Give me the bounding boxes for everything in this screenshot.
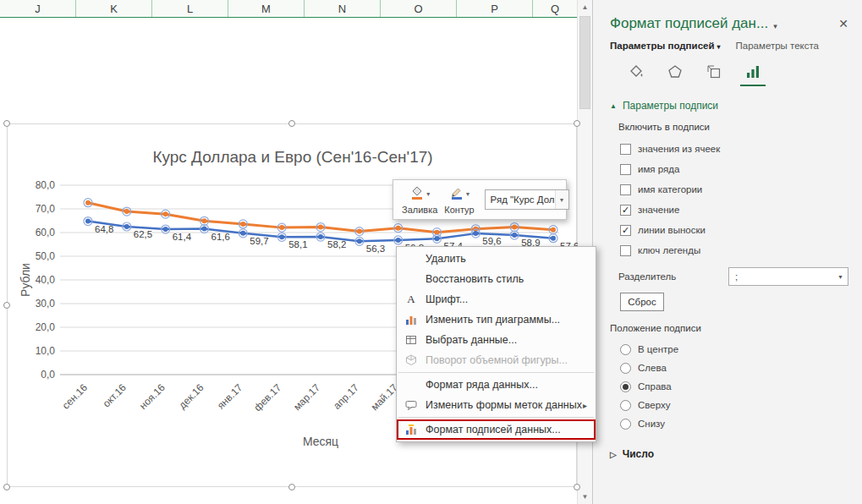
chevron-down-icon[interactable]: ▾	[773, 22, 777, 30]
separator-row: Разделитель ; ▾	[610, 267, 848, 286]
section-number[interactable]: ▷ Число	[610, 448, 848, 460]
column-header-L[interactable]: L	[152, 0, 228, 17]
section-title: Параметры подписи	[623, 100, 718, 112]
checkbox-row-3[interactable]: ✓значение	[620, 200, 848, 220]
menu-item[interactable]: Удалить	[397, 249, 596, 269]
x-tick-label: мар.17	[291, 381, 322, 413]
data-point-marker	[396, 226, 401, 231]
scroll-down-icon[interactable]: ▼	[578, 490, 592, 504]
data-point-marker	[85, 219, 91, 224]
section-label-options[interactable]: ▲ Параметры подписи	[610, 100, 848, 112]
tab-label-options-text: Параметры подписей	[610, 41, 715, 51]
radio-label: Сверху	[638, 400, 670, 410]
scrollbar-thumb[interactable]	[579, 16, 590, 109]
rotate-3d-icon	[404, 353, 419, 368]
column-header-Q[interactable]: Q	[533, 0, 577, 17]
chart-title: Курс Доллара и Евро (Сен'16-Сен'17)	[152, 148, 432, 166]
chart-element-selector[interactable]: Ряд "Курс Дол ▾	[485, 189, 569, 210]
checkbox-label: линии выноски	[638, 225, 706, 235]
chart-resize-handle-bottom-right[interactable]	[574, 484, 580, 490]
data-point-marker	[163, 227, 168, 232]
data-point-marker	[318, 225, 323, 230]
checkbox-row-1[interactable]: имя ряда	[620, 159, 848, 179]
menu-item[interactable]: Изменить тип диаграммы...	[397, 310, 596, 330]
fill-button[interactable]: ▾ Заливка	[398, 184, 441, 216]
y-tick-label: 50,0	[36, 250, 56, 262]
separator-dropdown[interactable]: ; ▾	[728, 267, 848, 286]
menu-item: Поворот объемной фигуры...	[397, 350, 596, 370]
tab-label-options[interactable]: Параметры подписей▾	[610, 41, 721, 51]
y-tick-label: 60,0	[36, 227, 56, 238]
x-tick-label: апр.17	[331, 381, 361, 412]
checkbox-label: значения из ячеек	[638, 144, 720, 154]
column-header-N[interactable]: N	[305, 0, 381, 17]
column-header-M[interactable]: M	[228, 0, 305, 17]
fill-button-label: Заливка	[402, 205, 437, 215]
radio-row-3[interactable]: Сверху	[620, 396, 848, 414]
reset-button[interactable]: Сброс	[620, 293, 664, 311]
format-data-labels-pane: Формат подписей дан... ▾ ✕ Параметры под…	[592, 0, 862, 504]
chart-resize-handle-top-center[interactable]	[288, 120, 295, 127]
context-menu: УдалитьВосстановить стильАШрифт...Измени…	[396, 246, 596, 442]
x-tick-label: сен.16	[60, 381, 91, 412]
chevron-down-icon: ▾	[833, 268, 848, 285]
chart-resize-handle-mid-left[interactable]	[3, 302, 10, 309]
radio-row-2[interactable]: Справа	[620, 377, 848, 396]
label-options-icon[interactable]	[740, 61, 766, 86]
menu-item[interactable]: Выбрать данные...	[397, 330, 596, 350]
excel-window: JKLMNOPQ 0,010,020,030,040,050,060,070,0…	[0, 0, 862, 504]
data-point-marker	[512, 233, 517, 238]
x-tick-label: янв.17	[215, 381, 245, 412]
chart-resize-handle-top-right[interactable]	[574, 120, 580, 127]
data-point-marker	[357, 229, 362, 234]
radio-label: Справа	[638, 381, 672, 392]
x-axis-title: Месяц	[303, 435, 338, 448]
menu-item[interactable]: Формат ряда данных...	[397, 375, 596, 395]
menu-item[interactable]: АШрифт...	[397, 289, 596, 310]
outline-button[interactable]: ▾ Контур	[441, 184, 477, 216]
checkbox-row-5[interactable]: ключ легенды	[620, 240, 848, 260]
radio-row-0[interactable]: В центре	[620, 340, 848, 359]
checkbox-row-2[interactable]: имя категории	[620, 179, 848, 200]
tab-text-options[interactable]: Параметры текста	[736, 41, 819, 51]
column-header-J[interactable]: J	[0, 0, 76, 17]
menu-item[interactable]: Изменить формы меток данных▸	[397, 395, 596, 415]
radio-unselected-icon	[620, 363, 631, 374]
menu-item[interactable]: Восстановить стиль	[397, 269, 596, 289]
chart-resize-handle-top-left[interactable]	[3, 120, 10, 127]
radio-row-1[interactable]: Слева	[620, 359, 848, 377]
outline-button-label: Контур	[444, 205, 474, 215]
data-point-marker	[318, 234, 323, 239]
scroll-up-icon[interactable]: ▲	[578, 0, 592, 14]
y-tick-label: 40,0	[36, 274, 56, 286]
chevron-down-icon: ▾	[466, 190, 469, 198]
position-heading: Положение подписи	[610, 323, 848, 333]
checkbox-label: имя ряда	[638, 164, 679, 174]
pencil-icon	[449, 185, 464, 204]
menu-item-label: Удалить	[426, 253, 466, 265]
font-icon: А	[404, 292, 419, 307]
fill-line-icon[interactable]	[623, 61, 649, 86]
effects-icon[interactable]	[662, 61, 688, 86]
radio-row-4[interactable]: Снизу	[620, 414, 848, 433]
close-icon[interactable]: ✕	[838, 17, 848, 30]
column-header-P[interactable]: P	[457, 0, 533, 17]
chart-resize-handle-bottom-center[interactable]	[288, 484, 295, 490]
data-point-marker	[240, 231, 245, 236]
y-tick-label: 80,0	[36, 179, 56, 191]
checkbox-row-0[interactable]: значения из ячеек	[620, 139, 848, 159]
menu-item[interactable]: Формат подписей данных...	[397, 419, 596, 440]
menu-item-label: Формат подписей данных...	[426, 424, 561, 436]
data-point-marker	[202, 218, 207, 223]
size-properties-icon[interactable]	[701, 61, 727, 86]
menu-item-label: Поворот объемной фигуры...	[426, 354, 568, 366]
menu-item-label: Изменить тип диаграммы...	[426, 314, 560, 326]
chart-resize-handle-bottom-left[interactable]	[3, 484, 10, 490]
column-header-K[interactable]: K	[76, 0, 152, 17]
checkbox-row-4[interactable]: ✓линии выноски	[620, 220, 848, 240]
column-header-O[interactable]: O	[381, 0, 457, 17]
y-tick-label: 10,0	[36, 345, 56, 357]
data-point-marker	[396, 238, 401, 243]
radio-unselected-icon	[620, 344, 631, 355]
radio-label: Снизу	[638, 419, 665, 429]
